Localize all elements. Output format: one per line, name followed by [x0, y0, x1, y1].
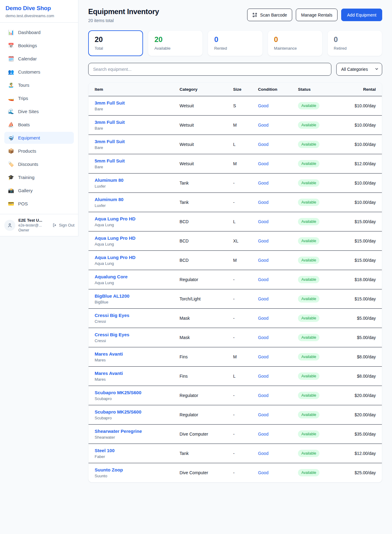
item-size: - [228, 405, 253, 425]
sidebar-item-discounts[interactable]: 🏷️ Discounts [4, 158, 74, 170]
item-size: M [228, 154, 253, 174]
add-equipment-label: Add Equipment [347, 13, 376, 17]
sidebar-item-boats[interactable]: ⛵ Boats [4, 119, 74, 131]
column-header-rental: Rental [350, 83, 382, 96]
scan-barcode-button[interactable]: Scan Barcode [247, 9, 292, 21]
stat-card[interactable]: 0 Retired [327, 30, 382, 56]
item-category: Torch/Light [175, 289, 228, 309]
table-row: Mares Avanti Mares Fins L Good Available… [89, 367, 382, 386]
sidebar-item-bookings[interactable]: 📅 Bookings [4, 40, 74, 51]
item-rental-rate: $20.00/day [350, 386, 382, 405]
item-name-link[interactable]: Scubapro MK25/S600 [95, 409, 170, 414]
status-badge: Available [298, 141, 319, 148]
table-row: Steel 100 Faber Tank - Good Available $1… [89, 444, 382, 463]
scan-barcode-label: Scan Barcode [260, 13, 287, 17]
nav-icon: 🎓 [8, 174, 14, 180]
column-header-category: Category [175, 83, 228, 96]
item-name-link[interactable]: Aqua Lung Pro HD [95, 235, 170, 241]
item-name-link[interactable]: Aluminum 80 [95, 177, 170, 183]
item-brand: Cressi [95, 338, 170, 343]
sidebar-item-dashboard[interactable]: 📊 Dashboard [4, 26, 74, 38]
item-condition: Good [253, 347, 293, 367]
item-name-link[interactable]: Aqualung Core [95, 274, 170, 279]
item-name-link[interactable]: Aluminum 80 [95, 197, 170, 202]
item-rental-rate: $10.00/day [350, 116, 382, 135]
item-name-link[interactable]: 3mm Full Suit [95, 120, 170, 125]
person-icon [7, 223, 13, 228]
stat-label: Maintenance [274, 46, 316, 51]
item-rental-rate: $15.00/day [350, 231, 382, 251]
item-condition: Good [253, 425, 293, 444]
sidebar-item-dive-sites[interactable]: 🌊 Dive Sites [4, 105, 74, 117]
manage-rentals-button[interactable]: Manage Rentals [296, 9, 337, 21]
item-size: L [228, 367, 253, 386]
sidebar-item-training[interactable]: 🎓 Training [4, 171, 74, 183]
item-size: - [228, 328, 253, 347]
table-body: 3mm Full Suit Bare Wetsuit S Good Availa… [89, 96, 382, 483]
item-category: Tank [175, 444, 228, 463]
item-rental-rate: $25.00/day [350, 463, 382, 483]
table-row: Aluminum 80 Luxfer Tank - Good Available… [89, 174, 382, 193]
sidebar-item-calendar[interactable]: 🗓️ Calendar [4, 53, 74, 65]
item-name-link[interactable]: Mares Avanti [95, 351, 170, 357]
nav-label: Dive Sites [18, 109, 39, 114]
item-name-link[interactable]: 3mm Full Suit [95, 100, 170, 105]
table-row: Aqualung Core Aqua Lung Regulator - Good… [89, 270, 382, 289]
sidebar-item-tours[interactable]: 🏝️ Tours [4, 79, 74, 91]
item-name-link[interactable]: Scubapro MK25/S600 [95, 390, 170, 395]
sidebar-item-products[interactable]: 📦 Products [4, 145, 74, 157]
item-name-link[interactable]: Aqua Lung Pro HD [95, 216, 170, 221]
nav-label: Boats [18, 122, 30, 127]
item-category: Regulator [175, 405, 228, 425]
nav-icon: 🏝️ [8, 82, 14, 88]
stat-card[interactable]: 0 Rented [208, 30, 262, 56]
item-rental-rate: $12.00/day [350, 154, 382, 174]
item-name-link[interactable]: Suunto Zoop [95, 467, 170, 472]
sidebar-item-equipment[interactable]: 🤿 Equipment [4, 132, 74, 144]
status-badge: Available [298, 469, 319, 476]
sidebar-item-gallery[interactable]: 📸 Gallery [4, 185, 74, 196]
sign-out-label: Sign Out [59, 223, 74, 227]
add-equipment-button[interactable]: Add Equipment [341, 9, 382, 21]
sidebar-item-trips[interactable]: 🚤 Trips [4, 92, 74, 104]
avatar [4, 220, 15, 231]
item-condition: Good [253, 135, 293, 154]
item-name-link[interactable]: 5mm Full Suit [95, 158, 170, 163]
item-name-link[interactable]: Cressi Big Eyes [95, 313, 170, 318]
sign-out-icon [52, 223, 57, 227]
nav-label: Bookings [18, 43, 37, 48]
user-name: E2E Test U... [18, 218, 49, 223]
item-name-link[interactable]: BigBlue AL1200 [95, 293, 170, 299]
brand-block: Demo Dive Shop demo.test.divestreams.com [0, 0, 78, 22]
table-row: Scubapro MK25/S600 Scubapro Regulator - … [89, 405, 382, 425]
sign-out-button[interactable]: Sign Out [52, 223, 74, 227]
user-info: E2E Test U... e2e-tester@... Owner [18, 218, 49, 232]
item-size: XL [228, 231, 253, 251]
search-input[interactable] [88, 63, 331, 76]
status-badge: Available [298, 160, 319, 167]
item-name-link[interactable]: Steel 100 [95, 448, 170, 453]
category-select[interactable]: All Categories [336, 63, 382, 76]
stat-card[interactable]: 20 Available [148, 30, 203, 56]
item-name-link[interactable]: Aqua Lung Pro HD [95, 255, 170, 260]
item-name-link[interactable]: 3mm Full Suit [95, 139, 170, 144]
equipment-table-card: Item Category Size Condition Status Rent… [88, 82, 382, 483]
user-email: e2e-tester@... [18, 223, 49, 227]
item-name-link[interactable]: Cressi Big Eyes [95, 332, 170, 337]
status-badge: Available [298, 392, 319, 399]
item-brand: Luxfer [95, 203, 170, 208]
page-title: Equipment Inventory [88, 7, 159, 16]
page-header: Equipment Inventory 20 items total Scan … [88, 7, 382, 23]
nav-icon: 🚤 [8, 95, 14, 101]
nav-label: Dashboard [18, 30, 40, 35]
stat-card[interactable]: 0 Maintenance [268, 30, 322, 56]
item-name-link[interactable]: Shearwater Peregrine [95, 429, 170, 434]
shop-name[interactable]: Demo Dive Shop [6, 5, 73, 12]
stat-card[interactable]: 20 Total [88, 30, 143, 56]
sidebar-item-pos[interactable]: 💳 POS [4, 198, 74, 210]
nav-label: Customers [18, 69, 40, 74]
sidebar-item-customers[interactable]: 👥 Customers [4, 66, 74, 78]
item-name-link[interactable]: Mares Avanti [95, 371, 170, 376]
status-badge: Available [298, 102, 319, 109]
table-row: Mares Avanti Mares Fins M Good Available… [89, 347, 382, 367]
